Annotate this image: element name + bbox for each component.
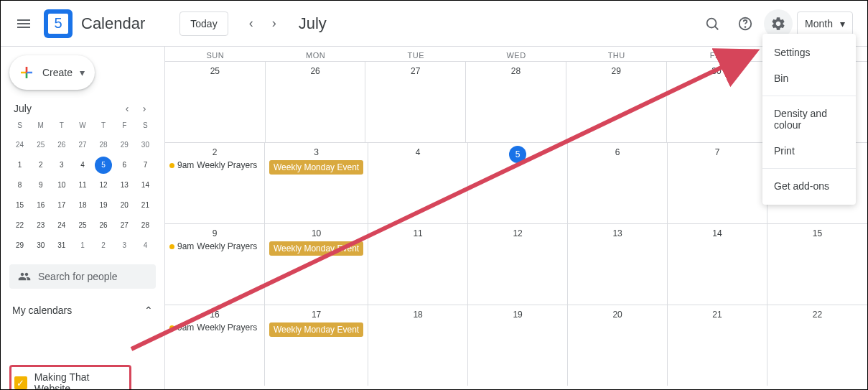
day-cell[interactable]: 12 <box>468 224 568 305</box>
mini-day-cell[interactable]: 21 <box>136 197 154 214</box>
mini-day-cell[interactable]: 26 <box>95 217 112 234</box>
mini-day-cell[interactable]: 31 <box>53 237 70 254</box>
day-cell[interactable]: 10Weekly Monday Event <box>265 224 368 305</box>
day-cell[interactable]: 169am Weekly Prayers <box>165 305 265 386</box>
mini-day-cell[interactable]: 29 <box>116 136 133 154</box>
mini-day-cell[interactable]: 29 <box>11 237 29 254</box>
event-weekly-monday[interactable]: Weekly Monday Event <box>269 241 363 256</box>
mini-day-cell[interactable]: 26 <box>53 136 70 154</box>
mini-day-cell[interactable]: 25 <box>74 217 91 234</box>
mini-day-cell[interactable]: 6 <box>116 157 133 174</box>
mini-day-cell[interactable]: 20 <box>116 197 133 214</box>
mini-day-cell[interactable]: 3 <box>53 157 70 174</box>
dropdown-item-settings[interactable]: Settings <box>762 40 856 65</box>
day-cell[interactable]: 29am Weekly Prayers <box>165 143 265 223</box>
mini-day-cell[interactable]: 12 <box>95 177 112 194</box>
today-button[interactable]: Today <box>179 11 228 36</box>
day-cell[interactable]: 30 <box>667 62 767 142</box>
day-cell[interactable]: 6 <box>568 143 668 223</box>
my-calendars-section[interactable]: My calendars ⌃ <box>9 305 156 316</box>
mini-day-cell[interactable]: 5 <box>95 157 112 174</box>
day-cell[interactable]: 15 <box>767 224 867 305</box>
event-weekly-prayers[interactable]: 9am Weekly Prayers <box>169 160 260 170</box>
mini-day-cell[interactable]: 13 <box>116 177 133 194</box>
mini-day-cell[interactable]: 15 <box>11 197 29 214</box>
mini-day-cell[interactable]: 4 <box>74 157 91 174</box>
mini-day-cell[interactable]: 27 <box>74 136 91 154</box>
day-cell[interactable]: 13 <box>568 224 668 305</box>
mini-day-cell[interactable]: 8 <box>11 177 29 194</box>
day-cell[interactable]: 18 <box>368 305 468 386</box>
mini-month-label: July <box>14 103 32 114</box>
app-logo[interactable]: 5 Calendar <box>44 9 145 38</box>
dropdown-item-print[interactable]: Print <box>762 138 856 164</box>
mini-day-cell[interactable]: 25 <box>32 136 50 154</box>
mini-day-cell[interactable]: 30 <box>136 136 154 154</box>
day-cell[interactable]: 22 <box>767 305 867 386</box>
day-cell[interactable]: 25 <box>165 62 266 142</box>
mini-day-cell[interactable]: 18 <box>74 197 91 214</box>
chevron-down-icon: ▾ <box>840 18 845 29</box>
day-cell[interactable]: 7 <box>668 143 767 223</box>
day-cell[interactable]: 3Weekly Monday Event <box>265 143 368 223</box>
day-cell[interactable]: 4 <box>368 143 468 223</box>
day-cell[interactable]: 5 <box>468 143 568 223</box>
mini-day-cell[interactable]: 10 <box>53 177 70 194</box>
dropdown-item-density[interactable]: Density and colour <box>762 101 856 138</box>
search-button[interactable] <box>698 9 727 38</box>
next-month-button[interactable]: › <box>263 12 286 35</box>
mini-day-cell[interactable]: 27 <box>116 217 133 234</box>
mini-day-cell[interactable]: 24 <box>11 136 29 154</box>
mini-prev-button[interactable]: ‹ <box>120 103 134 114</box>
mini-day-cell[interactable]: 11 <box>74 177 91 194</box>
mini-day-cell[interactable]: 1 <box>74 237 91 254</box>
help-button[interactable] <box>731 9 760 38</box>
day-cell[interactable]: 20 <box>568 305 668 386</box>
day-cell[interactable]: 14 <box>668 224 767 305</box>
mini-day-cell[interactable]: 30 <box>32 237 50 254</box>
day-cell[interactable]: 21 <box>668 305 767 386</box>
mini-day-cell[interactable]: 19 <box>95 197 112 214</box>
svg-point-0 <box>707 18 717 27</box>
mini-day-cell[interactable]: 23 <box>32 217 50 234</box>
mini-day-cell[interactable]: 2 <box>32 157 50 174</box>
calendar-checkbox[interactable]: ✓ <box>14 376 27 389</box>
mini-day-cell[interactable]: 22 <box>11 217 29 234</box>
day-cell[interactable]: 29 <box>566 62 667 142</box>
day-cell[interactable]: 11 <box>368 224 468 305</box>
header: 5 Calendar Today ‹ › July Month ▾ <box>1 1 867 47</box>
day-cell[interactable]: 19 <box>468 305 568 386</box>
main-menu-button[interactable] <box>6 6 41 41</box>
day-cell[interactable]: 26 <box>266 62 366 142</box>
create-button[interactable]: Create ▾ <box>9 55 95 90</box>
calendar-item-making-that-website[interactable]: ✓ Making That Website <box>9 365 131 390</box>
mini-day-cell[interactable]: 2 <box>95 237 112 254</box>
day-cell[interactable]: 17Weekly Monday Event <box>265 305 368 386</box>
mini-day-cell[interactable]: 9 <box>32 177 50 194</box>
mini-day-cell[interactable]: 28 <box>136 217 154 234</box>
day-cell[interactable]: 99am Weekly Prayers <box>165 224 265 305</box>
view-selector[interactable]: Month ▾ <box>797 11 853 36</box>
mini-day-cell[interactable]: 28 <box>95 136 112 154</box>
mini-day-cell[interactable]: 17 <box>53 197 70 214</box>
mini-day-cell[interactable]: 24 <box>53 217 70 234</box>
search-people-input[interactable]: Search for people <box>9 264 156 289</box>
prev-month-button[interactable]: ‹ <box>240 12 263 35</box>
mini-day-cell[interactable]: 1 <box>11 157 29 174</box>
event-weekly-prayers[interactable]: 9am Weekly Prayers <box>169 241 260 251</box>
mini-day-cell[interactable]: 14 <box>136 177 154 194</box>
event-weekly-monday[interactable]: Weekly Monday Event <box>269 322 363 337</box>
mini-day-cell[interactable]: 7 <box>136 157 154 174</box>
mini-day-cell[interactable]: 16 <box>32 197 50 214</box>
mini-day-cell[interactable]: 3 <box>116 237 133 254</box>
dropdown-item-bin[interactable]: Bin <box>762 65 856 91</box>
mini-day-cell[interactable]: 4 <box>136 237 154 254</box>
day-cell[interactable]: 28 <box>466 62 566 142</box>
event-weekly-prayers[interactable]: 9am Weekly Prayers <box>169 322 260 333</box>
month-nav: ‹ › <box>240 12 286 35</box>
search-people-placeholder: Search for people <box>38 271 118 282</box>
dropdown-item-addons[interactable]: Get add-ons <box>762 173 856 199</box>
event-weekly-monday[interactable]: Weekly Monday Event <box>269 160 363 175</box>
day-cell[interactable]: 27 <box>365 62 466 142</box>
mini-next-button[interactable]: › <box>137 103 151 114</box>
